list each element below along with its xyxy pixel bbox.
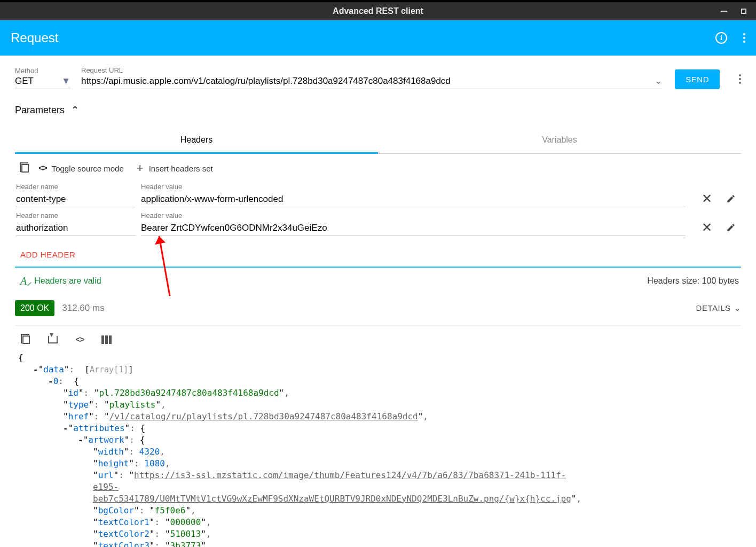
headers-toolbar: <> Toggle source mode + Insert headers s…	[15, 154, 741, 183]
header-menu-icon[interactable]	[743, 33, 745, 43]
details-label: DETAILS	[696, 303, 731, 312]
header-row: Header name Header value ✕	[16, 212, 740, 236]
send-button[interactable]: SEND	[675, 69, 720, 89]
toggle-source-label: Toggle source mode	[52, 164, 124, 173]
url-value: https://api.music.apple.com/v1/catalog/r…	[81, 76, 655, 87]
window-maximize-icon[interactable]	[741, 9, 746, 14]
header-name-input[interactable]	[16, 221, 136, 236]
url-label: Request URL	[81, 66, 662, 74]
divider	[15, 267, 741, 268]
headers-valid-label: Headers are valid	[34, 276, 101, 286]
header-name-label: Header name	[16, 183, 136, 191]
add-header-button[interactable]: ADD HEADER	[15, 240, 741, 267]
window-title-bar: Advanced REST client	[0, 2, 756, 20]
tab-headers[interactable]: Headers	[15, 128, 378, 154]
edit-icon[interactable]	[726, 223, 736, 232]
window-minimize-icon[interactable]	[721, 11, 727, 12]
plus-icon: +	[137, 161, 144, 175]
parameters-label: Parameters	[15, 105, 65, 116]
method-value: GET	[15, 76, 34, 87]
response-time: 312.60 ms	[62, 303, 104, 314]
edit-icon[interactable]	[726, 194, 736, 204]
chevron-up-icon: ⌃	[71, 104, 79, 116]
close-icon[interactable]: ✕	[702, 221, 712, 234]
info-icon[interactable]: i	[715, 32, 727, 44]
toggle-source-button[interactable]: <> Toggle source mode	[38, 163, 124, 173]
header-row: Header name Header value ✕	[16, 183, 740, 207]
copy-icon[interactable]	[19, 162, 31, 174]
request-row: Method GET ▼ Request URL https://api.mus…	[15, 66, 741, 89]
window-title: Advanced REST client	[333, 6, 423, 16]
request-menu-icon[interactable]	[739, 74, 741, 84]
valid-check-icon: A	[20, 275, 27, 287]
header-name-input[interactable]	[16, 192, 136, 207]
code-icon: <>	[38, 163, 46, 173]
insert-headers-button[interactable]: + Insert headers set	[137, 161, 213, 175]
url-input[interactable]: https://api.music.apple.com/v1/catalog/r…	[81, 75, 662, 89]
method-select[interactable]: GET ▼	[15, 76, 70, 89]
chevron-down-icon[interactable]: ⌄	[655, 75, 662, 87]
status-badge: 200 OK	[15, 300, 54, 316]
chevron-down-icon: ⌄	[734, 303, 742, 313]
tabs: Headers Variables	[15, 128, 741, 154]
page-title: Request	[11, 30, 58, 45]
tab-variables[interactable]: Variables	[378, 128, 741, 153]
download-icon[interactable]	[47, 334, 59, 346]
code-icon[interactable]: <>	[74, 334, 85, 346]
response-body[interactable]: { -"data": [Array[1]] -0: { "id": "pl.72…	[15, 350, 741, 547]
columns-icon[interactable]	[100, 334, 112, 346]
response-toolbar: <>	[15, 325, 741, 350]
close-icon[interactable]: ✕	[702, 192, 712, 205]
parameters-toggle[interactable]: Parameters ⌃	[15, 104, 741, 116]
method-label: Method	[15, 67, 70, 75]
app-header: Request i	[0, 20, 756, 56]
header-name-label: Header name	[16, 212, 136, 220]
details-button[interactable]: DETAILS ⌄	[696, 303, 741, 313]
header-value-label: Header value	[141, 212, 686, 220]
chevron-down-icon: ▼	[61, 76, 70, 87]
header-value-label: Header value	[141, 183, 686, 191]
header-value-input[interactable]	[141, 221, 686, 236]
copy-icon[interactable]	[20, 334, 32, 346]
insert-headers-label: Insert headers set	[149, 164, 213, 173]
header-value-input[interactable]	[141, 192, 686, 207]
headers-size-label: Headers size: 100 bytes	[647, 276, 739, 286]
